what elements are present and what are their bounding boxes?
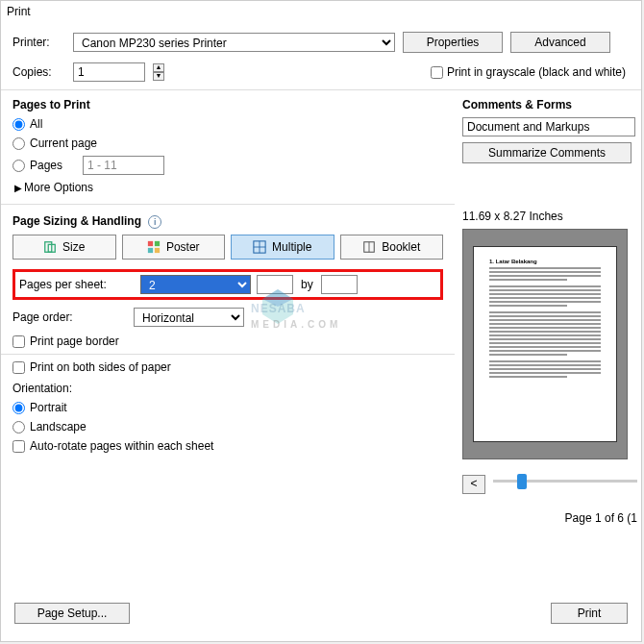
preview-page: 1. Latar Belakang <box>473 246 617 442</box>
highlight-box: Pages per sheet: 2 by <box>12 269 443 300</box>
info-icon[interactable]: i <box>148 215 161 229</box>
slider-thumb[interactable] <box>517 474 527 489</box>
pages-radio[interactable] <box>12 160 25 172</box>
by-label: by <box>301 278 313 291</box>
orientation-title: Orientation: <box>12 382 443 395</box>
pps-label: Pages per sheet: <box>19 278 135 291</box>
pages-label: Pages <box>30 159 78 172</box>
svg-rect-2 <box>148 241 153 246</box>
multiple-icon <box>253 240 266 254</box>
both-sides-label: Print on both sides of paper <box>30 360 171 374</box>
page-order-select[interactable]: Horizontal <box>134 308 244 327</box>
current-page-radio[interactable] <box>12 137 25 150</box>
booklet-button[interactable]: Booklet <box>340 235 444 260</box>
portrait-label: Portrait <box>30 401 67 414</box>
current-page-label: Current page <box>30 136 97 150</box>
properties-button[interactable]: Properties <box>403 32 503 53</box>
multiple-button[interactable]: Multiple <box>231 235 334 260</box>
poster-icon <box>147 240 161 254</box>
more-options-toggle[interactable]: ▶ More Options <box>14 181 443 194</box>
print-dialog: Print Printer: Canon MP230 series Printe… <box>0 0 642 642</box>
print-button[interactable]: Print <box>551 603 628 624</box>
svg-rect-3 <box>155 241 160 246</box>
grayscale-label: Print in grayscale (black and white) <box>447 65 626 79</box>
printer-label: Printer: <box>12 36 65 49</box>
copies-stepper[interactable]: ▲ ▼ <box>153 63 164 81</box>
all-label: All <box>30 117 42 131</box>
landscape-radio[interactable] <box>12 421 25 433</box>
stepper-up-icon[interactable]: ▲ <box>153 63 164 72</box>
printer-select[interactable]: Canon MP230 series Printer <box>73 33 395 52</box>
comments-title: Comments & Forms <box>462 98 637 111</box>
pages-to-print-title: Pages to Print <box>12 98 443 111</box>
both-sides-checkbox[interactable] <box>12 361 25 374</box>
pages-range-input[interactable] <box>83 156 164 175</box>
auto-rotate-checkbox[interactable] <box>12 440 25 453</box>
copies-input[interactable] <box>73 62 145 82</box>
size-button[interactable]: Size <box>12 235 116 260</box>
page-setup-button[interactable]: Page Setup... <box>14 603 130 624</box>
grayscale-checkbox[interactable] <box>431 66 443 79</box>
all-radio[interactable] <box>12 118 25 131</box>
print-page-border-checkbox[interactable] <box>12 335 25 348</box>
booklet-icon <box>362 240 376 254</box>
preview-slider[interactable] <box>493 480 637 483</box>
landscape-label: Landscape <box>30 420 87 433</box>
pages-per-sheet-select[interactable]: 2 <box>140 275 251 294</box>
sizing-title: Page Sizing & Handling i <box>12 214 443 229</box>
window-title: Print <box>1 1 641 22</box>
summarize-comments-button[interactable]: Summarize Comments <box>462 142 632 163</box>
chevron-right-icon: ▶ <box>14 183 22 193</box>
comments-select[interactable]: Document and Markups <box>462 117 635 136</box>
page-count-label: Page 1 of 6 (1 <box>462 511 637 525</box>
preview-pane: 1. Latar Belakang <box>462 229 628 459</box>
stepper-down-icon[interactable]: ▼ <box>153 72 164 81</box>
top-section: Printer: Canon MP230 series Printer Prop… <box>1 22 641 89</box>
preview-prev-button[interactable]: < <box>462 475 485 494</box>
print-page-border-label: Print page border <box>30 334 119 348</box>
more-options-label: More Options <box>24 181 93 194</box>
poster-button[interactable]: Poster <box>122 235 226 260</box>
svg-rect-5 <box>155 248 160 253</box>
svg-rect-4 <box>148 248 153 253</box>
advanced-button[interactable]: Advanced <box>510 32 610 53</box>
preview-dimensions: 11.69 x 8.27 Inches <box>462 210 637 223</box>
auto-rotate-label: Auto-rotate pages within each sheet <box>30 439 213 453</box>
size-icon <box>43 240 57 254</box>
page-order-label: Page order: <box>12 310 128 324</box>
copies-label: Copies: <box>12 65 65 79</box>
pps-rows-input[interactable] <box>321 275 358 294</box>
portrait-radio[interactable] <box>12 402 25 414</box>
pps-cols-input[interactable] <box>257 275 293 294</box>
